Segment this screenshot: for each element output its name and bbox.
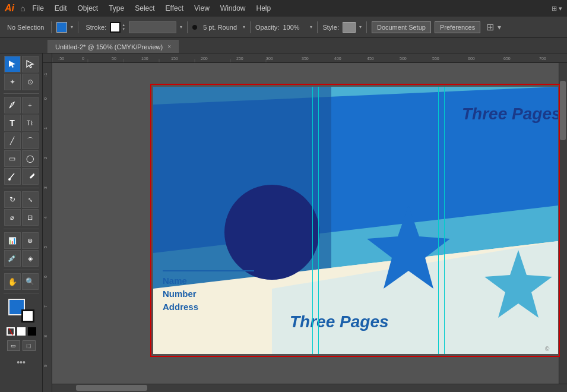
tool-row-11: 💉 ◈ [4, 250, 39, 267]
menu-type[interactable]: Type [105, 3, 128, 14]
main-area: ✦ ⊙ + T T⌇ ╱ [0, 53, 567, 392]
add-anchor-tool[interactable]: + [22, 97, 39, 113]
opacity-input[interactable] [283, 24, 306, 31]
menu-view[interactable]: View [191, 3, 213, 14]
type-tool[interactable]: T [4, 115, 21, 131]
fill-color-swatch[interactable] [56, 22, 67, 33]
hand-tool[interactable]: ✋ [4, 273, 21, 290]
free-transform-tool[interactable]: ⊡ [22, 209, 39, 226]
zoom-tool[interactable]: 🔍 [22, 273, 39, 290]
workspace-switcher[interactable]: ⊞ ▾ [552, 5, 562, 12]
scale-tool[interactable]: ⤡ [22, 191, 39, 208]
menu-select[interactable]: Select [131, 3, 158, 14]
lasso-tool[interactable]: ⊙ [22, 74, 39, 90]
tool-row-9: ⌀ ⊡ [4, 209, 39, 226]
document-tab[interactable]: Untitled-2* @ 150% (CMYK/Preview) × [47, 40, 179, 53]
menu-file[interactable]: File [28, 3, 47, 14]
tab-close-button[interactable]: × [167, 43, 171, 50]
vertical-scrollbar[interactable] [559, 63, 567, 384]
paintbrush-tool[interactable] [4, 168, 21, 185]
menu-help[interactable]: Help [253, 3, 275, 14]
ai-logo: Ai [5, 3, 14, 14]
document-setup-button[interactable]: Document Setup [372, 21, 431, 33]
ellipse-tool[interactable]: ◯ [22, 150, 39, 167]
ruler-top: -50 0 50 100 150 200 250 300 350 400 450… [52, 53, 567, 63]
menu-edit[interactable]: Edit [51, 3, 71, 14]
pen-tool[interactable] [4, 97, 21, 113]
none-icon[interactable]: ╲ [7, 327, 15, 336]
stroke-width-input[interactable] [129, 21, 176, 33]
svg-text:-50: -50 [58, 56, 64, 61]
line-tool[interactable]: ╱ [4, 132, 21, 149]
svg-text:50: 50 [112, 56, 116, 61]
brush-dropdown-arrow[interactable]: ▾ [243, 24, 245, 30]
blend-tool[interactable]: ◈ [22, 250, 39, 267]
svg-text:2: 2 [43, 157, 47, 159]
rotate-tool[interactable]: ↻ [4, 191, 21, 208]
white-swatch[interactable] [17, 327, 26, 336]
pencil-tool[interactable] [22, 168, 39, 185]
eyedropper-tool[interactable]: 💉 [4, 250, 21, 267]
svg-rect-28 [43, 63, 52, 392]
stroke-arrows[interactable]: ▲ ▼ [122, 23, 125, 31]
svg-text:100: 100 [141, 56, 148, 61]
svg-marker-1 [27, 61, 33, 68]
divider5 [317, 21, 318, 33]
stroke-swatch-tool[interactable] [21, 309, 34, 323]
opacity-dropdown-arrow[interactable]: ▾ [310, 24, 312, 30]
mode-buttons: ▭ ⬚ [7, 340, 36, 351]
horizontal-scrollbar[interactable] [52, 384, 567, 392]
stroke-label: Stroke: [83, 23, 109, 32]
graph-tool[interactable]: 📊 [4, 232, 21, 249]
style-dropdown-arrow[interactable]: ▾ [359, 24, 362, 30]
selection-tool[interactable] [4, 56, 21, 72]
svg-text:7: 7 [43, 305, 47, 308]
rect-tool[interactable]: ▭ [4, 150, 21, 167]
svg-text:©: © [545, 346, 550, 352]
arrange-dropdown[interactable]: ▾ [498, 23, 501, 31]
svg-text:550: 550 [432, 56, 439, 61]
fill-dropdown-arrow[interactable]: ▾ [71, 24, 73, 30]
arrange-icon[interactable]: ⊞ [486, 21, 494, 33]
normal-mode[interactable]: ▭ [7, 340, 20, 351]
stroke-dropdown-arrow[interactable]: ▾ [180, 24, 182, 30]
menu-effect[interactable]: Effect [162, 3, 187, 14]
style-swatch[interactable] [343, 22, 356, 33]
home-icon[interactable]: ⌂ [20, 4, 25, 13]
area-type-tool[interactable]: T⌇ [22, 115, 39, 131]
svg-text:0: 0 [82, 56, 84, 61]
direct-selection-tool[interactable] [22, 56, 39, 72]
black-swatch[interactable] [28, 327, 36, 336]
brush-label[interactable]: 5 pt. Round [201, 23, 239, 32]
divider6 [366, 21, 367, 33]
tool-row-6: ▭ ◯ [4, 150, 39, 167]
svg-text:8: 8 [43, 335, 47, 337]
svg-text:700: 700 [539, 56, 546, 61]
svg-text:4: 4 [43, 216, 47, 219]
tool-row-1 [4, 56, 39, 72]
more-tools[interactable]: ••• [17, 357, 26, 368]
tool-row-8: ↻ ⤡ [4, 191, 39, 208]
magic-wand-tool[interactable]: ✦ [4, 74, 21, 90]
menu-object[interactable]: Object [74, 3, 102, 14]
toolbox-divider-1 [4, 93, 39, 94]
divider4 [250, 21, 251, 33]
style-label: Style: [322, 24, 339, 31]
stroke-swatch[interactable] [110, 22, 121, 33]
symbol-tool[interactable]: ⊛ [22, 232, 39, 249]
screen-mode[interactable]: ⬚ [23, 340, 36, 351]
menu-window[interactable]: Window [217, 3, 249, 14]
artwork: Three Pages Three Pages Name Number Addr… [153, 87, 558, 354]
title-bar: Ai ⌂ File Edit Object Type Select Effect… [0, 0, 567, 17]
artboard-wrapper[interactable]: Three Pages Three Pages Name Number Addr… [52, 63, 567, 392]
tab-bar: Untitled-2* @ 150% (CMYK/Preview) × [0, 38, 567, 53]
warp-tool[interactable]: ⌀ [4, 209, 21, 226]
tool-row-12: ✋ 🔍 [4, 273, 39, 290]
preferences-button[interactable]: Preferences [435, 21, 480, 33]
window-controls: ⊞ ▾ [552, 5, 562, 12]
canvas-area[interactable]: -50 0 50 100 150 200 250 300 350 400 450… [43, 53, 567, 392]
toolbox-divider-3 [4, 229, 39, 229]
divider2 [78, 21, 78, 33]
arc-tool[interactable]: ⌒ [22, 132, 39, 149]
artboard-inner: Three Pages Three Pages Name Number Addr… [52, 63, 567, 392]
